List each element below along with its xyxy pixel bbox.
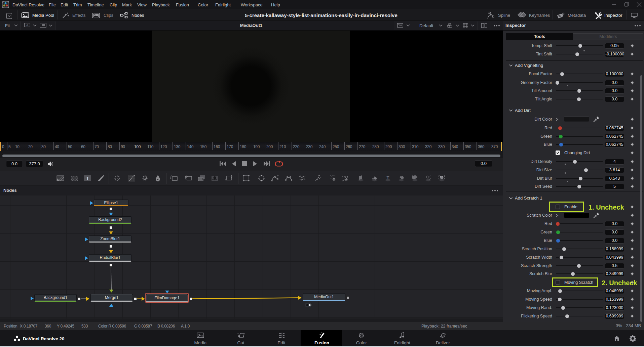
svg-text:A: A: [26, 24, 28, 27]
svg-text:T: T: [86, 176, 89, 181]
svg-text:T: T: [387, 175, 389, 180]
